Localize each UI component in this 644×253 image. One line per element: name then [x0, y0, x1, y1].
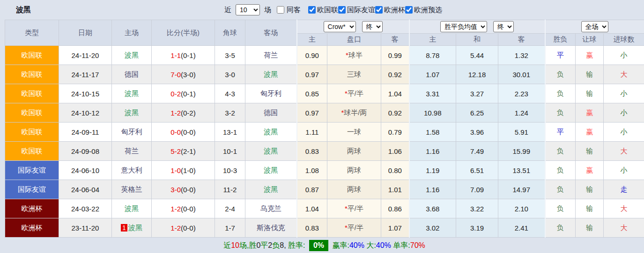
odds-home-cell: 0.97	[297, 103, 327, 123]
summary-text-segment: 大:	[364, 241, 376, 249]
sub-header-odds-home: 主	[297, 34, 327, 46]
sub-header-avg-draw: 和	[456, 34, 498, 46]
home-team-cell: 德国	[112, 65, 152, 84]
away-team-cell: 波黑	[245, 123, 297, 142]
league-filter-item: 国际友谊	[338, 6, 375, 14]
recent-count-select[interactable]: 10	[236, 4, 260, 15]
summary-text-segment: 场,胜	[239, 241, 256, 249]
handicap-cell: *平/半	[327, 199, 381, 218]
odds-home-cell: 0.83	[297, 142, 327, 161]
avg-home-cell: 3.31	[409, 84, 456, 103]
corner-cell: 4-3	[215, 84, 245, 103]
score-cell: 1-2(0-2)	[152, 103, 215, 123]
summary-text-segment: 8,	[280, 241, 288, 249]
col-header-corner: 角球	[215, 20, 245, 46]
league-badge: 欧国联	[5, 103, 59, 123]
summary-text-segment: 70%	[410, 241, 425, 249]
league-filter-checkbox[interactable]	[375, 6, 383, 14]
col-header-type: 类型	[5, 20, 59, 46]
handicap-result-cell: 赢	[576, 46, 604, 65]
avg-away-cell: 14.97	[498, 180, 545, 199]
result-cell: 负	[545, 84, 576, 103]
result-cell: 负	[545, 180, 576, 199]
away-team-cell: 波黑	[245, 142, 297, 161]
league-badge: 国际友谊	[5, 180, 59, 199]
goals-result-cell: 小	[604, 84, 644, 103]
avg-select-group: 胜平负均值 终	[409, 20, 545, 34]
home-team: 波黑	[128, 224, 142, 231]
handicap-result-cell: 输	[576, 180, 604, 199]
sub-header-avg-away: 客	[498, 34, 545, 46]
table-row: 欧国联24-11-20波黑1-1(0-1)3-5荷兰0.90*球半0.998.7…	[5, 46, 644, 65]
handicap-result-cell: 输	[576, 65, 604, 84]
league-badge: 国际友谊	[5, 161, 59, 180]
avg-time-select[interactable]: 终	[493, 21, 514, 32]
col-header-home: 主场	[112, 20, 152, 46]
avg-draw-cell: 12.18	[456, 65, 498, 84]
away-team-cell: 乌克兰	[245, 199, 297, 218]
handicap-result-cell: 输	[576, 199, 604, 218]
date-cell: 24-11-20	[59, 46, 112, 65]
home-team-cell: 波黑	[112, 103, 152, 123]
page-title: 波黑	[16, 0, 31, 20]
result-cell: 平	[545, 46, 576, 65]
odds-home-cell: 0.85	[297, 84, 327, 103]
avg-away-cell: 13.51	[498, 161, 545, 180]
avg-home-cell: 1.58	[409, 123, 456, 142]
avg-away-cell: 2.23	[498, 84, 545, 103]
table-row: 欧国联24-09-11匈牙利0-0(0-0)13-1波黑1.11一球0.791.…	[5, 123, 644, 142]
home-team: 匈牙利	[121, 128, 142, 136]
same-venue-checkbox[interactable]	[277, 6, 284, 14]
goals-result-cell: 走	[604, 180, 644, 199]
odds-time-select[interactable]: 终	[362, 21, 383, 32]
league-badge: 欧国联	[5, 142, 59, 161]
away-team: 波黑	[264, 70, 278, 78]
table-row: 欧洲杯23-11-201波黑1-2(0-0)1-7斯洛伐克0.83*平/半1.0…	[5, 218, 644, 238]
league-filter-checkbox[interactable]	[338, 6, 346, 14]
recent-label: 近	[224, 6, 231, 14]
away-team-cell: 斯洛伐克	[245, 218, 297, 238]
odds-away-cell: 0.80	[381, 161, 409, 180]
home-team-cell: 波黑	[112, 46, 152, 65]
sub-header-handicap-result: 让球	[576, 34, 604, 46]
avg-home-cell: 10.98	[409, 103, 456, 123]
away-team: 匈牙利	[260, 89, 281, 97]
odds-home-cell: 1.08	[297, 161, 327, 180]
handicap-cell: 两球	[327, 161, 381, 180]
league-filter-label: 欧洲预选	[414, 6, 442, 14]
league-filter-checkbox[interactable]	[308, 6, 316, 14]
sub-header-avg-home: 主	[409, 34, 456, 46]
games-label: 场	[264, 6, 271, 14]
home-team: 荷兰	[125, 147, 139, 155]
league-filter-checkbox[interactable]	[405, 6, 413, 14]
avg-draw-cell: 7.09	[456, 180, 498, 199]
date-cell: 23-11-20	[59, 218, 112, 238]
home-team: 德国	[125, 70, 139, 78]
odds-company-select[interactable]: Crow*	[324, 21, 356, 32]
col-header-date: 日期	[59, 20, 112, 46]
handicap-cell: *平/半	[327, 84, 381, 103]
sub-header-handicap: 盘口	[327, 34, 381, 46]
handicap-cell: 三球	[327, 65, 381, 84]
league-filter-item: 欧国联	[308, 6, 338, 14]
handicap-cell: *平/半	[327, 218, 381, 238]
avg-type-select[interactable]: 胜平负均值	[440, 21, 487, 32]
home-team: 意大利	[121, 166, 142, 174]
avg-home-cell: 1.19	[409, 161, 456, 180]
home-team: 英格兰	[121, 185, 142, 193]
home-team-cell: 匈牙利	[112, 123, 152, 142]
odds-select-group: Crow* 终	[297, 20, 409, 34]
win-rate-badge: 0%	[309, 240, 328, 251]
odds-home-cell: 1.11	[297, 123, 327, 142]
avg-draw-cell: 3.96	[456, 123, 498, 142]
handicap-cell: *球半	[327, 46, 381, 65]
score-cell: 1-1(0-1)	[152, 46, 215, 65]
avg-draw-cell: 6.51	[456, 161, 498, 180]
scope-select[interactable]: 全场	[581, 21, 608, 32]
corner-cell: 10-3	[215, 161, 245, 180]
odds-away-cell: 1.06	[381, 142, 409, 161]
table-row: 国际友谊24-06-10意大利1-0(1-0)10-3波黑1.08两球0.801…	[5, 161, 644, 180]
score-cell: 5-2(2-1)	[152, 142, 215, 161]
odds-home-cell: 0.97	[297, 65, 327, 84]
home-team-cell: 波黑	[112, 199, 152, 218]
